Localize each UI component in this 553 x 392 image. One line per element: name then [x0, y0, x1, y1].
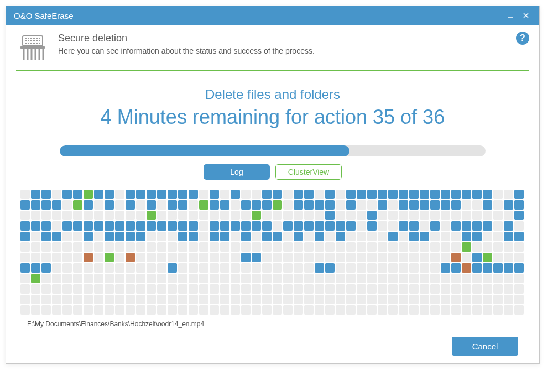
cluster-cell — [409, 305, 419, 315]
cluster-cell — [430, 232, 440, 241]
footer: Cancel — [16, 328, 529, 356]
cluster-cell — [52, 284, 61, 294]
cluster-cell — [252, 242, 261, 252]
cluster-cell — [462, 242, 471, 252]
cluster-cell — [336, 200, 345, 210]
cluster-cell — [262, 211, 272, 220]
cluster-cell — [514, 242, 524, 252]
cluster-cell — [388, 253, 398, 262]
cluster-cell — [126, 232, 135, 241]
cluster-cell — [399, 200, 408, 210]
cluster-cell — [336, 211, 345, 220]
cluster-cell — [472, 211, 482, 220]
status-block: Delete files and folders 4 Minutes remai… — [16, 87, 529, 129]
cluster-cell — [115, 253, 124, 262]
cluster-cell — [62, 295, 72, 304]
cluster-cell — [451, 274, 461, 283]
cluster-cell — [504, 242, 513, 252]
cluster-cell — [84, 200, 93, 210]
cluster-cell — [241, 305, 251, 315]
cluster-cell — [409, 232, 419, 241]
cluster-cell — [336, 295, 345, 304]
cluster-cell — [493, 200, 503, 210]
cluster-cell — [504, 232, 513, 241]
cluster-cell — [514, 274, 524, 283]
cluster-cell — [451, 242, 461, 252]
cluster-cell — [388, 221, 398, 231]
cluster-cell — [420, 253, 429, 262]
cluster-cell — [220, 253, 229, 262]
minimize-button[interactable] — [503, 8, 518, 23]
cluster-cell — [252, 211, 261, 220]
cluster-cell — [136, 263, 145, 273]
cluster-cell — [115, 211, 124, 220]
cluster-cell — [367, 190, 377, 199]
cluster-cell — [178, 221, 187, 231]
cluster-cell — [294, 295, 303, 304]
cluster-cell — [262, 242, 272, 252]
cluster-cell — [283, 263, 293, 273]
cluster-cell — [94, 305, 103, 315]
tab-clusterview[interactable]: ClusterView — [275, 164, 342, 180]
cluster-cell — [31, 232, 40, 241]
cluster-cell — [52, 232, 61, 241]
cluster-cell — [115, 221, 124, 231]
cluster-cell — [420, 190, 429, 199]
cluster-cell — [52, 211, 61, 220]
cluster-cell — [420, 295, 429, 304]
cluster-cell — [241, 211, 251, 220]
cluster-cell — [462, 305, 471, 315]
cluster-cell — [199, 232, 208, 241]
cluster-cell — [388, 232, 398, 241]
app-window: O&O SafeErase — [6, 6, 540, 364]
cluster-cell — [147, 221, 156, 231]
cluster-cell — [472, 221, 482, 231]
cluster-cell — [115, 305, 124, 315]
header-text: Secure deletion Here you can see informa… — [58, 32, 315, 55]
cluster-cell — [493, 305, 503, 315]
cluster-cell — [189, 253, 198, 262]
cancel-button[interactable]: Cancel — [452, 337, 518, 356]
help-button[interactable]: ? — [516, 32, 529, 45]
cluster-cell — [378, 221, 387, 231]
cluster-cell — [367, 263, 377, 273]
cluster-cell — [94, 211, 103, 220]
cluster-cell — [252, 190, 261, 199]
cluster-cell — [126, 295, 135, 304]
cluster-cell — [283, 242, 293, 252]
cluster-cell — [367, 221, 377, 231]
cluster-cell — [136, 274, 145, 283]
header-row: Secure deletion Here you can see informa… — [16, 32, 529, 65]
cluster-cell — [210, 253, 219, 262]
cluster-cell — [157, 284, 166, 294]
cluster-cell — [126, 221, 135, 231]
cluster-cell — [462, 190, 471, 199]
cluster-cell — [94, 274, 103, 283]
cluster-cell — [346, 221, 356, 231]
cluster-cell — [514, 263, 524, 273]
cluster-cell — [430, 190, 440, 199]
cluster-cell — [168, 263, 177, 273]
tab-log[interactable]: Log — [204, 164, 270, 180]
cluster-cell — [136, 200, 145, 210]
cluster-cell — [357, 305, 366, 315]
cluster-cell — [62, 232, 72, 241]
cluster-cell — [178, 305, 187, 315]
cluster-cell — [41, 190, 51, 199]
cluster-cell — [168, 221, 177, 231]
cluster-cell — [136, 253, 145, 262]
cluster-cell — [52, 305, 61, 315]
cluster-cell — [420, 211, 429, 220]
cluster-cell — [262, 284, 272, 294]
cluster-cell — [62, 242, 72, 252]
cluster-cell — [441, 211, 450, 220]
cluster-cell — [357, 211, 366, 220]
cluster-cell — [231, 263, 240, 273]
cluster-cell — [241, 253, 251, 262]
cluster-cell — [346, 242, 356, 252]
cluster-cell — [283, 274, 293, 283]
cluster-cell — [31, 221, 40, 231]
cluster-cell — [430, 242, 440, 252]
cluster-cell — [220, 284, 229, 294]
close-button[interactable] — [518, 8, 534, 23]
